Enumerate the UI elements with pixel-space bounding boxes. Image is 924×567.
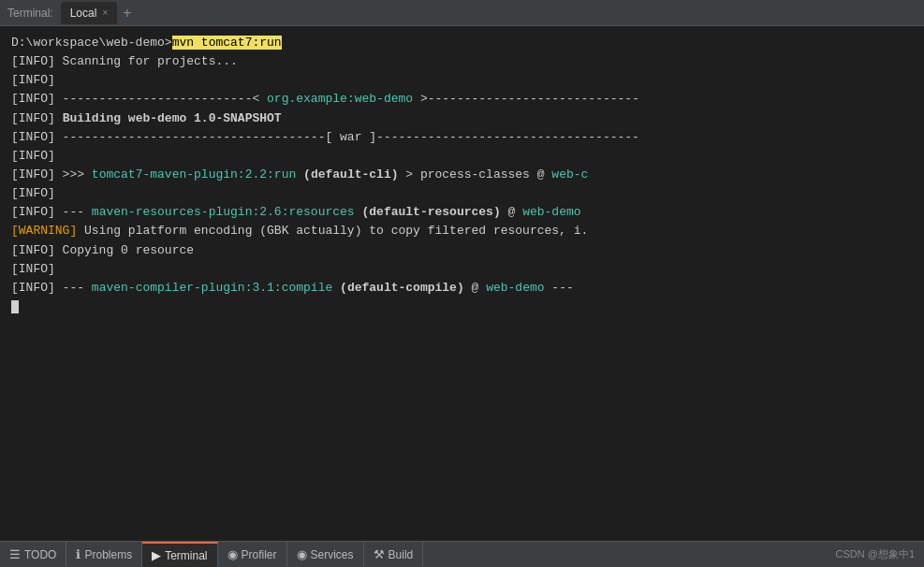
- tab-local-label: Local: [70, 7, 97, 20]
- terminal-line-2: [INFO]: [11, 71, 913, 90]
- status-services-label: Services: [311, 548, 354, 561]
- terminal-line-5: [INFO] ---------------------------------…: [11, 128, 913, 147]
- status-item-problems[interactable]: ℹ Problems: [66, 542, 142, 567]
- terminal-icon: ▶: [152, 548, 161, 562]
- terminal-line-12: [INFO]: [11, 260, 913, 279]
- status-item-profiler[interactable]: ◉ Profiler: [218, 542, 287, 567]
- terminal-line-4: [INFO] Building web-demo 1.0-SNAPSHOT: [11, 109, 913, 128]
- status-profiler-label: Profiler: [242, 548, 277, 561]
- status-todo-label: TODO: [24, 548, 56, 561]
- terminal-line-11: [INFO] Copying 0 resource: [11, 241, 913, 260]
- problems-icon: ℹ: [76, 547, 81, 561]
- terminal-line-prompt: D:\workspace\web-demo>mvn tomcat7:run: [11, 34, 913, 52]
- tab-close-icon[interactable]: ×: [102, 7, 108, 18]
- status-item-services[interactable]: ◉ Services: [287, 542, 364, 567]
- status-build-label: Build: [389, 548, 414, 561]
- status-problems-label: Problems: [84, 548, 132, 561]
- build-icon: ⚒: [374, 547, 385, 561]
- status-item-build[interactable]: ⚒ Build: [364, 542, 424, 567]
- terminal-line-8: [INFO]: [11, 184, 913, 203]
- terminal-line-13: [INFO] --- maven-compiler-plugin:3.1:com…: [11, 279, 913, 298]
- new-tab-button[interactable]: +: [123, 6, 131, 21]
- cursor-block: [11, 300, 19, 313]
- profiler-icon: ◉: [227, 547, 238, 561]
- status-item-terminal[interactable]: ▶ Terminal: [142, 542, 217, 567]
- services-icon: ◉: [297, 547, 307, 561]
- terminal-line-7: [INFO] >>> tomcat7-maven-plugin:2.2:run …: [11, 166, 913, 184]
- tab-bar-label: Terminal:: [7, 7, 53, 20]
- terminal-line-3: [INFO] --------------------------< org.e…: [11, 90, 913, 109]
- terminal-line-6: [INFO]: [11, 147, 913, 166]
- status-terminal-label: Terminal: [165, 549, 207, 562]
- terminal-line-1: [INFO] Scanning for projects...: [11, 52, 913, 71]
- status-item-todo[interactable]: ☰ TODO: [0, 542, 66, 567]
- terminal-output: D:\workspace\web-demo>mvn tomcat7:run [I…: [0, 26, 924, 541]
- csdn-badge: CSDN @想象中1: [826, 547, 924, 561]
- tab-bar: Terminal: Local × +: [0, 0, 924, 26]
- todo-icon: ☰: [9, 547, 21, 561]
- status-bar: ☰ TODO ℹ Problems ▶ Terminal ◉ Profiler …: [0, 541, 924, 567]
- terminal-line-10: [WARNING] Using platform encoding (GBK a…: [11, 222, 913, 240]
- command-highlight: mvn tomcat7:run: [172, 36, 282, 50]
- terminal-line-9: [INFO] --- maven-resources-plugin:2.6:re…: [11, 203, 913, 222]
- tab-local[interactable]: Local ×: [61, 2, 118, 24]
- terminal-cursor-line: [11, 298, 913, 316]
